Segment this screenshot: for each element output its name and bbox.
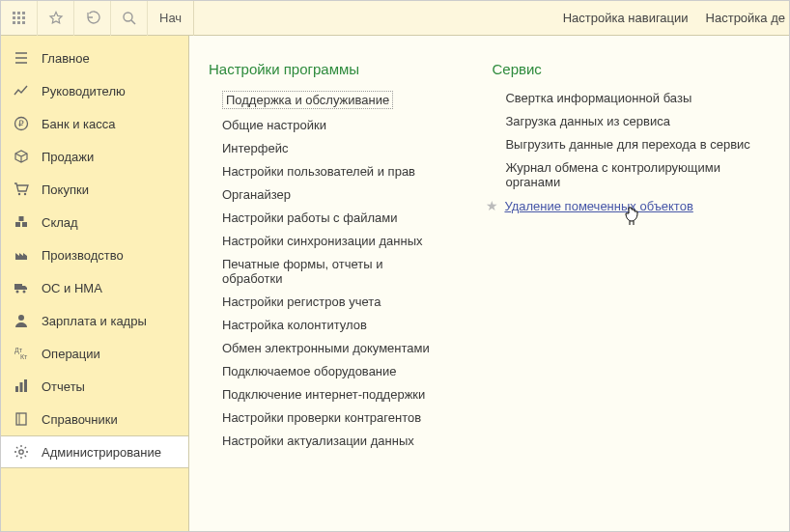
package-icon — [13, 148, 30, 165]
gear-icon — [13, 443, 30, 461]
history-icon[interactable] — [74, 1, 111, 36]
menu-icon — [13, 49, 30, 67]
svg-rect-8 — [22, 21, 25, 24]
sidebar-item-purchases[interactable]: Покупки — [1, 173, 188, 206]
sidebar-item-hr[interactable]: Зарплата и кадры — [1, 304, 188, 337]
ops-icon: ДтКт — [13, 345, 30, 362]
sidebar-item-production[interactable]: Производство — [1, 238, 188, 271]
sidebar-item-label: Операции — [42, 347, 100, 361]
book-icon — [13, 410, 30, 428]
sidebar-item-catalogs[interactable]: Справочники — [1, 403, 188, 435]
sidebar-item-label: Производство — [42, 248, 124, 263]
svg-text:Кт: Кт — [20, 353, 28, 360]
sidebar-item-label: Продажи — [42, 150, 94, 164]
sidebar-item-bank[interactable]: ₽ Банк и касса — [1, 107, 188, 140]
chart-icon — [13, 82, 30, 99]
content-area: Настройки программы Поддержка и обслужив… — [189, 36, 789, 531]
link-users-rights[interactable]: Настройки пользователей и прав — [222, 164, 445, 179]
link-organizer[interactable]: Органайзер — [222, 187, 445, 202]
sidebar-item-assets[interactable]: ОС и НМА — [1, 271, 188, 304]
action-settings-link[interactable]: Настройка де — [706, 11, 785, 25]
svg-point-9 — [124, 13, 132, 21]
link-delete-marked[interactable]: Удаление помеченных объектов — [504, 199, 692, 213]
svg-rect-6 — [13, 21, 15, 24]
svg-rect-2 — [22, 12, 25, 14]
link-peripherals[interactable]: Подключаемое оборудование — [222, 364, 445, 378]
star-icon: ★ — [486, 198, 498, 213]
tab-start[interactable]: Нач — [148, 1, 194, 36]
svg-rect-15 — [15, 222, 20, 227]
sidebar: Главное Руководителю ₽ Банк и касса Прод… — [1, 36, 189, 531]
link-internet-support[interactable]: Подключение интернет-поддержки — [222, 387, 445, 402]
report-icon — [13, 378, 30, 395]
svg-point-28 — [19, 450, 23, 454]
sidebar-item-label: Зарплата и кадры — [42, 314, 147, 328]
svg-point-14 — [24, 193, 26, 195]
svg-rect-26 — [16, 413, 26, 425]
link-general-settings[interactable]: Общие настройки — [222, 118, 445, 132]
link-data-update[interactable]: Настройки актуализации данных — [222, 434, 445, 448]
sidebar-item-label: ОС и НМА — [42, 281, 102, 295]
star-icon[interactable] — [38, 1, 74, 36]
apps-icon[interactable] — [1, 1, 38, 36]
ruble-icon: ₽ — [13, 115, 30, 132]
link-print-forms[interactable]: Печатные формы, отчеты и обработки — [222, 257, 445, 286]
svg-line-10 — [131, 20, 135, 24]
svg-rect-4 — [17, 16, 20, 19]
svg-point-18 — [16, 291, 19, 294]
svg-point-13 — [18, 193, 20, 195]
svg-rect-24 — [20, 382, 23, 392]
svg-text:₽: ₽ — [18, 119, 24, 128]
svg-rect-7 — [17, 21, 20, 24]
topbar: Нач Настройка навигации Настройка де — [1, 1, 789, 36]
sidebar-item-sales[interactable]: Продажи — [1, 140, 188, 173]
link-db-collapse[interactable]: Свертка информационной базы — [505, 91, 777, 105]
factory-icon — [13, 246, 30, 264]
link-file-settings[interactable]: Настройки работы с файлами — [222, 210, 445, 225]
sidebar-item-label: Покупки — [42, 182, 89, 197]
sidebar-item-operations[interactable]: ДтКт Операции — [1, 337, 188, 370]
sidebar-item-main[interactable]: Главное — [1, 42, 188, 74]
link-export-to-service[interactable]: Выгрузить данные для перехода в сервис — [505, 137, 777, 152]
svg-rect-23 — [15, 386, 18, 392]
link-sync-settings[interactable]: Настройки синхронизации данных — [222, 234, 445, 248]
section-title-program-settings: Настройки программы — [209, 61, 445, 77]
sidebar-item-admin[interactable]: Администрирование — [1, 435, 188, 468]
link-register-settings[interactable]: Настройки регистров учета — [222, 294, 445, 309]
truck-icon — [13, 279, 30, 296]
sidebar-item-label: Склад — [42, 215, 78, 230]
sidebar-item-reports[interactable]: Отчеты — [1, 370, 188, 403]
sidebar-item-warehouse[interactable]: Склад — [1, 206, 188, 238]
sidebar-item-label: Руководителю — [42, 84, 126, 98]
svg-point-20 — [18, 315, 24, 321]
sidebar-item-label: Банк и касса — [42, 117, 116, 131]
svg-rect-16 — [22, 222, 27, 227]
sidebar-item-label: Администрирование — [42, 445, 161, 460]
svg-rect-25 — [24, 379, 27, 392]
link-edoc-exchange[interactable]: Обмен электронными документами — [222, 341, 445, 355]
sidebar-item-label: Справочники — [42, 412, 118, 427]
sidebar-item-label: Отчеты — [42, 379, 85, 394]
svg-rect-1 — [17, 12, 20, 14]
sidebar-item-manager[interactable]: Руководителю — [1, 74, 188, 107]
cart-icon — [13, 181, 30, 198]
svg-rect-17 — [19, 216, 24, 221]
nav-settings-link[interactable]: Настройка навигации — [563, 11, 689, 25]
link-load-from-service[interactable]: Загрузка данных из сервиса — [505, 114, 777, 128]
svg-rect-3 — [13, 16, 15, 19]
svg-point-19 — [23, 291, 26, 294]
link-header-footer[interactable]: Настройка колонтитулов — [222, 318, 445, 332]
svg-rect-0 — [13, 12, 15, 14]
section-title-service: Сервис — [492, 61, 777, 77]
person-icon — [13, 312, 30, 329]
link-exchange-log[interactable]: Журнал обмена с контролирующими органами — [505, 160, 777, 189]
warehouse-icon — [13, 213, 30, 231]
link-support[interactable]: Поддержка и обслуживание — [222, 91, 393, 109]
search-icon[interactable] — [111, 1, 148, 36]
link-counterparty-check[interactable]: Настройки проверки контрагентов — [222, 410, 445, 425]
link-interface[interactable]: Интерфейс — [222, 141, 445, 155]
svg-rect-5 — [22, 16, 25, 19]
sidebar-item-label: Главное — [42, 51, 90, 66]
